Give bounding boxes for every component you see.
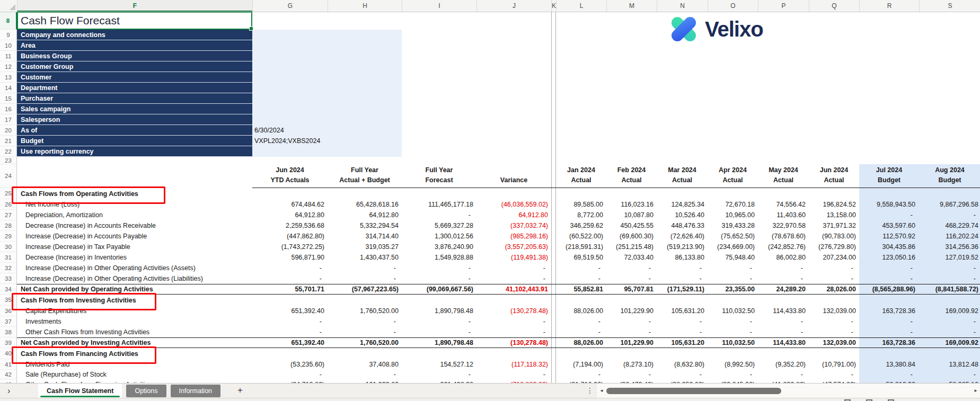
cell-H27[interactable]: 64,912.80 xyxy=(328,210,402,220)
cell-G33[interactable]: - xyxy=(252,273,328,284)
cell-P30[interactable]: (242,852.76) xyxy=(758,242,809,252)
cell-G27[interactable]: 64,912.80 xyxy=(252,210,328,220)
row-label-depreciation-amortization[interactable]: Depreciation, Amortization xyxy=(17,210,252,220)
table-col-header-feb-2024-actual[interactable]: Feb 2024Actual xyxy=(606,164,657,188)
filter-value-budget[interactable]: VXPL2024;VXBS2024 xyxy=(252,136,404,146)
row-header-13[interactable]: 13 xyxy=(0,72,17,83)
cell-S41[interactable]: 13,812.48 xyxy=(919,359,980,370)
cell-P27[interactable]: 11,403.60 xyxy=(758,210,809,220)
cell-P28[interactable]: 322,970.58 xyxy=(758,220,809,231)
cell-J35[interactable] xyxy=(476,295,551,306)
table-col-header-jan-2024-actual[interactable]: Jan 2024Actual xyxy=(556,164,606,188)
cell-G43[interactable]: (24,712.80) xyxy=(252,379,328,383)
cell-H29[interactable]: 314,714.40 xyxy=(328,231,402,242)
cell-L31[interactable]: 69,519.50 xyxy=(556,252,606,263)
row-header-17[interactable]: 17 xyxy=(0,114,17,125)
cell-O40[interactable] xyxy=(708,348,758,359)
cell-J27[interactable]: 64,912.80 xyxy=(476,210,551,220)
report-title-cell[interactable]: Cash Flow Forecast xyxy=(17,12,252,30)
cell-M31[interactable]: 72,033.40 xyxy=(606,252,657,263)
cell-G29[interactable]: (447,862.80) xyxy=(252,231,328,242)
row-label-cash-flows-from-operating-activities[interactable]: Cash Flows from Operating Activities xyxy=(17,188,252,199)
filter-label-business-group[interactable]: Business Group xyxy=(17,51,252,61)
column-header-O[interactable]: O xyxy=(708,0,758,12)
cell-J29[interactable]: (985,298.16) xyxy=(476,231,551,242)
cell-H39[interactable]: 1,760,520.00 xyxy=(328,338,402,347)
sheet-nav-chevron-icon[interactable]: › xyxy=(7,384,10,398)
row-header-38[interactable]: 38 xyxy=(0,327,17,337)
cell-S26[interactable]: 9,867,296.58 xyxy=(919,199,980,210)
row-label-cash-flows-from-investing-activities[interactable]: Cash Flows from Investing Activities xyxy=(17,295,252,306)
cell-N42[interactable]: - xyxy=(657,370,708,379)
filter-label-department[interactable]: Department xyxy=(17,83,252,93)
cell-R32[interactable]: - xyxy=(859,263,919,273)
cell-G42[interactable]: - xyxy=(252,370,328,379)
cell-O26[interactable]: 72,670.18 xyxy=(708,199,758,210)
cell-M30[interactable]: (251,215.48) xyxy=(606,242,657,252)
row-label-increase-decrease-in-other-operating-activities-assets[interactable]: Increase (Decrease) in Other Operating A… xyxy=(17,263,252,273)
cell-Q33[interactable]: - xyxy=(809,273,859,284)
cell-R34[interactable]: (8,565,288.96) xyxy=(859,284,919,294)
row-header-35[interactable]: 35 xyxy=(0,295,17,306)
cell-M28[interactable]: 450,425.55 xyxy=(606,220,657,231)
cell-Q25[interactable] xyxy=(809,188,859,199)
cell-R26[interactable]: 9,558,943.50 xyxy=(859,199,919,210)
cell-I33[interactable]: - xyxy=(402,273,476,284)
cell-O38[interactable]: - xyxy=(708,327,758,337)
column-header-M[interactable]: M xyxy=(606,0,657,12)
cell-G31[interactable]: 596,871.90 xyxy=(252,252,328,263)
filter-value-business-group[interactable] xyxy=(252,51,404,61)
row-header-37[interactable]: 37 xyxy=(0,316,17,327)
cell-O31[interactable]: 75,948.40 xyxy=(708,252,758,263)
cell-I34[interactable]: (99,069,667.56) xyxy=(402,284,476,294)
cell-J37[interactable]: - xyxy=(476,316,551,327)
cell-L35[interactable] xyxy=(556,295,606,306)
column-header-J[interactable]: J xyxy=(476,0,551,12)
filter-value-sales-campaign[interactable] xyxy=(252,104,404,114)
cell-Q40[interactable] xyxy=(809,348,859,359)
cell-R43[interactable]: 56,212.92 xyxy=(859,379,919,383)
cell-H26[interactable]: 65,428,618.16 xyxy=(328,199,402,210)
column-header-R[interactable]: R xyxy=(859,0,919,12)
cell-M33[interactable]: - xyxy=(606,273,657,284)
cell-J25[interactable] xyxy=(476,188,551,199)
cell-R29[interactable]: 112,570.92 xyxy=(859,231,919,242)
cell-M41[interactable]: (8,273.10) xyxy=(606,359,657,370)
cell-L36[interactable]: 88,026.00 xyxy=(556,306,606,316)
cell-N36[interactable]: 105,631.20 xyxy=(657,306,708,316)
cell-I26[interactable]: 111,465,177.18 xyxy=(402,199,476,210)
cell-I37[interactable]: - xyxy=(402,316,476,327)
cell-R39[interactable]: 163,728.36 xyxy=(859,338,919,347)
scrollbar-thumb[interactable] xyxy=(606,388,781,394)
cell-J40[interactable] xyxy=(476,348,551,359)
row-header-26[interactable]: 26 xyxy=(0,199,17,210)
row-header-8[interactable]: 8 xyxy=(0,12,17,30)
cell-P35[interactable] xyxy=(758,295,809,306)
column-header-N[interactable]: N xyxy=(657,0,708,12)
cell-P33[interactable]: - xyxy=(758,273,809,284)
cell-S27[interactable]: - xyxy=(919,210,980,220)
cell-I28[interactable]: 5,669,327.28 xyxy=(402,220,476,231)
cell-S39[interactable]: 169,009.92 xyxy=(919,338,980,347)
cell-S32[interactable]: - xyxy=(919,263,980,273)
cell-S29[interactable]: 116,202.24 xyxy=(919,231,980,242)
cell-N41[interactable]: (8,632.80) xyxy=(657,359,708,370)
row-header-30[interactable]: 30 xyxy=(0,242,17,252)
add-sheet-button[interactable]: + xyxy=(237,384,243,398)
cell-N32[interactable]: - xyxy=(657,263,708,273)
cell-L43[interactable]: (31,716.00) xyxy=(556,379,606,383)
row-label-increase-decrease-in-tax-payable[interactable]: Increase (Decrease) in Tax Payable xyxy=(17,242,252,252)
cell-G34[interactable]: 55,701.71 xyxy=(252,284,328,294)
sheet-tab-cash-flow-statement[interactable]: Cash Flow Statement xyxy=(38,384,122,398)
cell-I38[interactable]: - xyxy=(402,327,476,337)
cell-L33[interactable]: - xyxy=(556,273,606,284)
row-header-24[interactable]: 24 xyxy=(0,164,17,188)
filter-value-use-reporting-currency[interactable] xyxy=(252,146,404,157)
row-header-16[interactable]: 16 xyxy=(0,104,17,114)
cell-L39[interactable]: 88,026.00 xyxy=(556,338,606,347)
cell-G39[interactable]: 651,392.40 xyxy=(252,338,328,347)
cell-G36[interactable]: 651,392.40 xyxy=(252,306,328,316)
cell-H42[interactable]: - xyxy=(328,370,402,379)
cell-L30[interactable]: (218,591.31) xyxy=(556,242,606,252)
row-header-33[interactable]: 33 xyxy=(0,273,17,284)
